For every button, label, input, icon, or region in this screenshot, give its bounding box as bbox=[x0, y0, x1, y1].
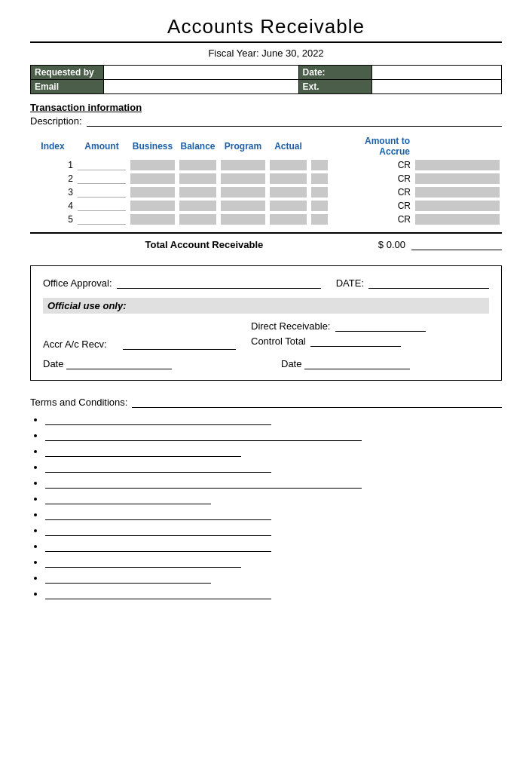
list-item[interactable] bbox=[45, 430, 502, 441]
cell-accrue-4[interactable] bbox=[413, 199, 502, 213]
row-num-5: 5 bbox=[30, 213, 75, 226]
cell-balance-4[interactable] bbox=[219, 199, 268, 213]
cell-amount-5[interactable] bbox=[128, 213, 177, 226]
cell-actual-2[interactable] bbox=[309, 172, 330, 185]
accr-input[interactable] bbox=[123, 338, 236, 350]
cell-amount-1[interactable] bbox=[128, 158, 177, 172]
ext-value[interactable] bbox=[371, 80, 501, 94]
cell-actual-3[interactable] bbox=[309, 185, 330, 199]
control-total-input[interactable] bbox=[310, 335, 401, 347]
list-item[interactable] bbox=[45, 588, 502, 599]
cell-amount-2[interactable] bbox=[128, 172, 177, 185]
terms-input-8[interactable] bbox=[45, 525, 271, 536]
cell-actual-5[interactable] bbox=[309, 213, 330, 226]
list-item[interactable] bbox=[45, 572, 502, 584]
list-item[interactable] bbox=[45, 477, 502, 489]
date-input-2[interactable] bbox=[304, 357, 410, 369]
approval-date-section: DATE: bbox=[336, 277, 489, 289]
date-value[interactable] bbox=[371, 66, 501, 80]
cell-balance-2[interactable] bbox=[219, 172, 268, 185]
cell-actual-1[interactable] bbox=[309, 158, 330, 172]
date-input-1[interactable] bbox=[66, 357, 172, 369]
col-header-index: Index bbox=[30, 134, 75, 158]
terms-input-4[interactable] bbox=[45, 462, 271, 473]
control-total-label: Control Total bbox=[251, 335, 306, 347]
terms-title-row: Terms and Conditions: bbox=[30, 396, 502, 408]
terms-input-7[interactable] bbox=[45, 510, 271, 520]
cell-accrue-3[interactable] bbox=[413, 185, 502, 199]
list-item[interactable] bbox=[45, 556, 502, 568]
cell-balance-1[interactable] bbox=[219, 158, 268, 172]
requested-by-value[interactable] bbox=[103, 66, 298, 80]
cell-index-3[interactable] bbox=[75, 185, 128, 199]
header-table: Requested by Date: Email Ext. bbox=[30, 65, 502, 94]
cell-program-3[interactable] bbox=[268, 185, 309, 199]
cell-actual-4[interactable] bbox=[309, 199, 330, 213]
cell-index-1[interactable] bbox=[75, 158, 128, 172]
cell-program-2[interactable] bbox=[268, 172, 309, 185]
cell-program-5[interactable] bbox=[268, 213, 309, 226]
direct-receivable-label: Direct Receivable: bbox=[251, 320, 331, 332]
terms-input-3[interactable] bbox=[45, 446, 241, 457]
cell-business-3[interactable] bbox=[177, 185, 219, 199]
cell-business-2[interactable] bbox=[177, 172, 219, 185]
email-value[interactable] bbox=[103, 80, 298, 94]
cell-balance-3[interactable] bbox=[219, 185, 268, 199]
cell-amount-4[interactable] bbox=[128, 199, 177, 213]
cell-index-2[interactable] bbox=[75, 172, 128, 185]
cell-index-4[interactable] bbox=[75, 199, 128, 213]
terms-title-line bbox=[132, 396, 502, 408]
title-divider bbox=[30, 41, 502, 43]
cr-4: CR bbox=[330, 199, 413, 213]
fiscal-year: Fiscal Year: June 30, 2022 bbox=[30, 47, 502, 59]
cell-accrue-2[interactable] bbox=[413, 172, 502, 185]
cell-program-4[interactable] bbox=[268, 199, 309, 213]
cell-index-5[interactable] bbox=[75, 213, 128, 226]
terms-input-11[interactable] bbox=[45, 573, 211, 584]
cell-program-1[interactable] bbox=[268, 158, 309, 172]
table-row: 5 CR bbox=[30, 213, 502, 226]
col-header-balance: Balance bbox=[177, 134, 219, 158]
terms-input-5[interactable] bbox=[45, 478, 362, 489]
list-item[interactable] bbox=[45, 446, 502, 457]
list-item[interactable] bbox=[45, 509, 502, 520]
list-item[interactable] bbox=[45, 541, 502, 552]
accr-label: Accr A/c Recv: bbox=[43, 339, 118, 350]
cell-accrue-5[interactable] bbox=[413, 213, 502, 226]
terms-input-10[interactable] bbox=[45, 557, 241, 568]
table-row: 4 CR bbox=[30, 199, 502, 213]
row-num-3: 3 bbox=[30, 185, 75, 199]
total-line bbox=[411, 238, 502, 250]
row-num-2: 2 bbox=[30, 172, 75, 185]
date-label-1: Date bbox=[43, 358, 63, 369]
transaction-table: Index Amount Business Balance Program Ac… bbox=[30, 134, 502, 226]
cell-accrue-1[interactable] bbox=[413, 158, 502, 172]
terms-input-1[interactable] bbox=[45, 415, 271, 425]
list-item[interactable] bbox=[45, 414, 502, 425]
cell-business-4[interactable] bbox=[177, 199, 219, 213]
terms-input-2[interactable] bbox=[45, 430, 362, 441]
description-input[interactable] bbox=[87, 115, 502, 127]
terms-input-9[interactable] bbox=[45, 541, 271, 552]
direct-receivable-input[interactable] bbox=[335, 320, 426, 332]
row-num-1: 1 bbox=[30, 158, 75, 172]
col-header-amount: Amount bbox=[75, 134, 128, 158]
cell-amount-3[interactable] bbox=[128, 185, 177, 199]
table-row: 1 CR bbox=[30, 158, 502, 172]
cr-2: CR bbox=[330, 172, 413, 185]
cell-business-5[interactable] bbox=[177, 213, 219, 226]
cr-3: CR bbox=[330, 185, 413, 199]
approval-box: Office Approval: DATE: Official use only… bbox=[30, 265, 502, 381]
list-item[interactable] bbox=[45, 461, 502, 473]
accr-row: Accr A/c Recv: Direct Receivable: Contro… bbox=[43, 320, 489, 350]
cell-balance-5[interactable] bbox=[219, 213, 268, 226]
cell-business-1[interactable] bbox=[177, 158, 219, 172]
terms-input-6[interactable] bbox=[45, 494, 211, 504]
terms-input-12[interactable] bbox=[45, 589, 271, 599]
list-item[interactable] bbox=[45, 493, 502, 504]
approval-date-input[interactable] bbox=[368, 277, 489, 289]
office-approval-input[interactable] bbox=[117, 277, 321, 289]
date-row: Date Date bbox=[43, 357, 489, 369]
list-item[interactable] bbox=[45, 525, 502, 536]
col-header-amount-accrue: Amount to Accrue bbox=[330, 134, 413, 158]
